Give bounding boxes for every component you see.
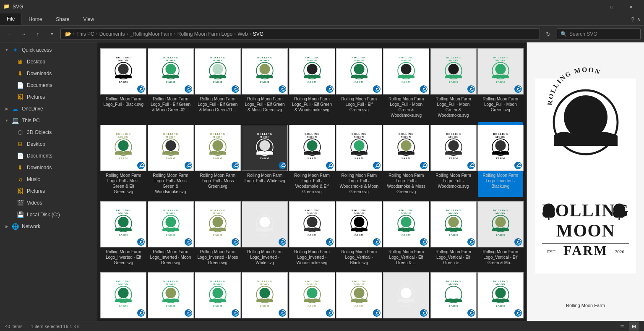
refresh-button[interactable]: ↻ <box>542 28 554 40</box>
sidebar-item-quick-access[interactable]: ▼ ★ Quick access <box>0 44 97 56</box>
back-button[interactable]: ← <box>3 28 15 40</box>
sidebar-item-onedrive[interactable]: ▶ ☁ OneDrive <box>0 103 97 115</box>
svg-text:FARM: FARM <box>260 233 269 236</box>
sidebar-item-downloads2[interactable]: ⬇ Downloads <box>0 162 97 173</box>
list-item[interactable]: ROLLING MOON FARM Rolling Moon Farm Logo… <box>478 199 523 268</box>
list-item[interactable]: ROLLING MOON FARM Rolling Moon Farm Logo… <box>430 122 476 197</box>
svg-text:ROLLING: ROLLING <box>399 280 414 283</box>
address-path[interactable]: 📂 › This PC › Documents › _RollingMoonFa… <box>60 28 540 40</box>
tab-share[interactable]: Share <box>49 13 76 25</box>
list-item[interactable]: ROLLING MOON FARM Rolling Moon Farm Logo… <box>336 199 382 268</box>
forward-button[interactable]: → <box>18 28 29 40</box>
svg-text:ROLLING: ROLLING <box>116 209 131 212</box>
preview-pane: ROLLING MOON <box>527 42 644 321</box>
sidebar-item-this-pc[interactable]: ▼ 💻 This PC <box>0 115 97 126</box>
list-item[interactable]: ROLLING MOON FARM Rolling Moon Farm Logo… <box>101 270 146 321</box>
list-view-button[interactable]: ≣ <box>617 322 627 331</box>
list-item[interactable]: ROLLING MOON FARM Rolling Moon Farm Logo… <box>242 122 287 197</box>
sidebar-item-documents[interactable]: 📄 Documents <box>0 79 97 91</box>
list-item[interactable]: ROLLING MOON FARM Rolling Moon Farm Logo… <box>148 122 193 197</box>
list-item[interactable]: ROLLING MOON FARM Rolling Moon Farm Logo… <box>242 270 287 321</box>
cloud-icon: ☁ <box>11 105 19 113</box>
svg-text:FARM: FARM <box>307 233 316 236</box>
sidebar-item-videos[interactable]: 🎬 Videos <box>0 197 97 209</box>
file-grid-container[interactable]: ROLLING MOON FARM Rolling Moon Farm Logo… <box>97 42 527 321</box>
tab-view[interactable]: View <box>76 13 101 25</box>
list-item[interactable]: ROLLING MOON FARM Rolling Moon Farm Logo… <box>478 270 523 321</box>
list-item[interactable]: ROLLING MOON FARM Rolling Moon Farm Logo… <box>430 270 476 321</box>
list-item[interactable]: ROLLING MOON FARM Rolling Moon Farm Logo… <box>383 270 429 321</box>
tab-file[interactable]: File <box>0 13 22 25</box>
close-button[interactable]: ✕ <box>621 0 641 13</box>
expand-icon: ▼ <box>3 47 10 53</box>
sidebar-item-music[interactable]: ♫ Music <box>0 173 97 185</box>
list-item[interactable]: ROLLING MOON FARM Rolling Moon Farm Logo… <box>478 122 523 197</box>
list-item[interactable]: ROLLING MOON FARM Rolling Moon Farm Logo… <box>430 46 476 121</box>
svg-text:MOON: MOON <box>495 283 506 286</box>
expand-icon <box>8 152 15 159</box>
list-item[interactable]: ROLLING MOON FARM Rolling Moon Farm Logo… <box>195 199 240 268</box>
svg-text:FARM: FARM <box>355 304 364 307</box>
path-item[interactable]: Documents <box>99 31 125 37</box>
sidebar-item-localdisk[interactable]: 💾 Local Disk (C:) <box>0 209 97 221</box>
list-item[interactable]: ROLLING MOON FARM Rolling Moon Farm Logo… <box>289 122 334 197</box>
help-button[interactable]: ? <box>631 16 634 23</box>
3dobjects-icon: ⬡ <box>16 128 24 137</box>
path-item[interactable]: Web <box>237 31 248 37</box>
svg-text:ROLLING: ROLLING <box>304 280 319 283</box>
list-item[interactable]: ROLLING MOON FARM Rolling Moon Farm Logo… <box>383 199 429 268</box>
svg-text:MOON: MOON <box>495 59 506 62</box>
sidebar-item-desktop2[interactable]: 🖥 Desktop <box>0 138 97 150</box>
list-item[interactable]: ROLLING MOON FARM Rolling Moon Farm Logo… <box>336 46 382 121</box>
sidebar-item-pictures2[interactable]: 🖼 Pictures <box>0 185 97 197</box>
path-item[interactable]: This PC <box>76 31 94 37</box>
sidebar-item-documents2[interactable]: 📄 Documents <box>0 150 97 162</box>
minimize-button[interactable]: ─ <box>583 0 602 13</box>
recent-locations-button[interactable]: ▼ <box>46 28 58 40</box>
file-name: Rolling Moon Farm Logo_Vertical - Black.… <box>338 249 380 265</box>
path-item[interactable]: _RollingMoonFarm <box>130 31 172 37</box>
list-item[interactable]: ROLLING MOON FARM Rolling Moon Farm Logo… <box>383 46 429 121</box>
videos-icon: 🎬 <box>16 199 24 207</box>
list-item[interactable]: ROLLING MOON FARM Rolling Moon Farm Logo… <box>242 199 287 268</box>
sidebar-item-network[interactable]: ▶ 🌐 Network <box>0 221 97 232</box>
list-item[interactable]: ROLLING MOON FARM Rolling Moon Farm Logo… <box>148 199 193 268</box>
list-item[interactable]: ROLLING MOON FARM Rolling Moon Farm Logo… <box>101 122 146 197</box>
svg-text:ROLLING: ROLLING <box>399 209 414 212</box>
file-thumbnail: ROLLING MOON FARM <box>383 125 429 171</box>
list-item[interactable]: ROLLING MOON FARM Rolling Moon Farm Logo… <box>195 122 240 197</box>
list-item[interactable]: ROLLING MOON FARM Rolling Moon Farm Logo… <box>195 270 240 321</box>
path-current[interactable]: SVG <box>253 31 263 37</box>
grid-view-button[interactable]: ⊞ <box>629 322 639 331</box>
list-item[interactable]: ROLLING MOON FARM Rolling Moon Farm Logo… <box>195 46 240 121</box>
file-thumbnail: ROLLING MOON FARM <box>336 201 382 247</box>
list-item[interactable]: ROLLING MOON FARM Rolling Moon Farm Logo… <box>336 270 382 321</box>
tab-home[interactable]: Home <box>22 13 49 25</box>
list-item[interactable]: ROLLING MOON FARM Rolling Moon Farm Logo… <box>289 199 334 268</box>
sidebar-item-desktop[interactable]: 🖥 Desktop <box>0 56 97 68</box>
list-item[interactable]: ROLLING MOON FARM Rolling Moon Farm Logo… <box>289 46 334 121</box>
path-item[interactable]: 📂 <box>65 31 71 37</box>
list-item[interactable]: ROLLING MOON FARM Rolling Moon Farm Logo… <box>148 46 193 121</box>
list-item[interactable]: ROLLING MOON FARM Rolling Moon Farm Logo… <box>101 199 146 268</box>
list-item[interactable]: ROLLING MOON FARM Rolling Moon Farm Logo… <box>383 122 429 197</box>
list-item[interactable]: ROLLING MOON FARM Rolling Moon Farm Logo… <box>101 46 146 121</box>
sidebar-item-downloads[interactable]: ⬇ Downloads <box>0 68 97 79</box>
svg-text:ROLLING: ROLLING <box>257 209 272 212</box>
sidebar-item-3dobjects[interactable]: ⬡ 3D Objects <box>0 126 97 138</box>
up-button[interactable]: ↑ <box>32 28 44 40</box>
sidebar-item-pictures[interactable]: 🖼 Pictures <box>0 91 97 103</box>
list-item[interactable]: ROLLING MOON FARM Rolling Moon Farm Logo… <box>148 270 193 321</box>
list-item[interactable]: ROLLING MOON FARM Rolling Moon Farm Logo… <box>242 46 287 121</box>
search-box[interactable]: 🔍 Search SVG <box>557 28 641 40</box>
path-item[interactable]: Rolling Moon Farm Logo <box>177 31 232 37</box>
expand-ribbon-button[interactable]: ∧ <box>637 16 641 22</box>
list-item[interactable]: ROLLING MOON FARM Rolling Moon Farm Logo… <box>336 122 382 197</box>
list-item[interactable]: ROLLING MOON FARM Rolling Moon Farm Logo… <box>289 270 334 321</box>
list-item[interactable]: ROLLING MOON FARM Rolling Moon Farm Logo… <box>478 46 523 121</box>
svg-text:EST.: EST. <box>547 249 556 254</box>
ribbon: File Home Share View ? ∧ <box>0 13 644 26</box>
list-item[interactable]: ROLLING MOON FARM Rolling Moon Farm Logo… <box>430 199 476 268</box>
maximize-button[interactable]: □ <box>602 0 621 13</box>
file-name: Rolling Moon Farm Logo_Inverted - Moon G… <box>149 249 191 265</box>
